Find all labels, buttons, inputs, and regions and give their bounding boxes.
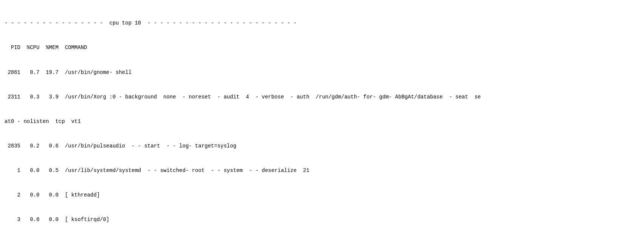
cpu-header-line: - - - - - - - - - - - - - - - - cpu top … [5,19,639,28]
cpu-row-2: 2311 0.3 3.9 /usr/bin/Xorg :0 - backgrou… [5,93,639,101]
cpu-row-6: 3 0.0 0.0 [ ksoftirqd/0] [5,216,639,224]
cpu-row-2-cont: at0 - nolisten tcp vt1 [5,118,639,126]
cpu-row-1: 2861 0.7 19.7 /usr/bin/gnome- shell [5,69,639,77]
cpu-row-5: 2 0.0 0.0 [ kthreadd] [5,191,639,200]
cpu-row-3: 2835 0.2 0.6 /usr/bin/pulseaudio - - sta… [5,142,639,150]
terminal-window: - - - - - - - - - - - - - - - - cpu top … [0,0,644,238]
cpu-row-4: 1 0.0 0.5 /usr/lib/systemd/systemd - - s… [5,167,639,175]
cpu-column-headers: PID %CPU %MEM COMMAND [5,44,639,52]
